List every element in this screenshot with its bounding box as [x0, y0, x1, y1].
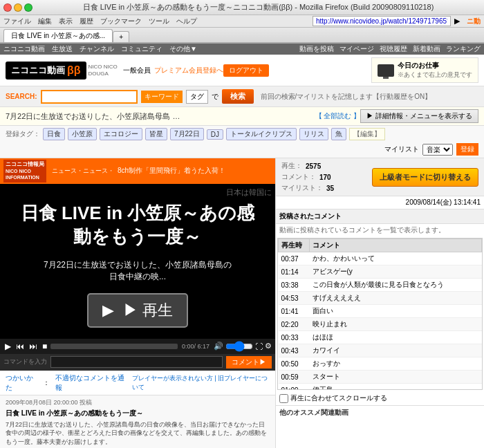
tag-total-eclipse[interactable]: トータルイクリプス [226, 128, 297, 140]
prev-btn[interactable]: ⏮ [15, 342, 26, 351]
comment-text: この日食が人類が最後に見る日食となろう [310, 279, 482, 292]
site-menu-other[interactable]: その他▼ [169, 44, 197, 54]
comment-text: すげえええええ [310, 292, 482, 305]
site-logo[interactable]: ニコニコ動画 ββ [6, 62, 86, 80]
progress-bar[interactable] [50, 344, 178, 349]
mylist-select[interactable]: 音楽 [422, 144, 453, 156]
logo-text: ニコニコ動画 [11, 64, 65, 77]
tag-ecology[interactable]: エコロジー [100, 128, 142, 140]
volume-icon[interactable]: 🔊 [214, 342, 223, 351]
minimize-button[interactable] [14, 3, 22, 12]
watermark: 日本は韓国に [226, 187, 272, 198]
window-title: 日食 LIVE in 小笠原～あの感動をもう一度～ニコニコ動画(ββ) - Mo… [36, 2, 481, 12]
member-type: 一般会員 [123, 66, 151, 75]
tag-fish[interactable]: 魚 [331, 128, 346, 140]
mypage-btn[interactable]: マイページ [339, 44, 374, 54]
today-text: ※あくまで右上の意見です [398, 71, 472, 80]
site-menu-community[interactable]: コミュニティ [121, 44, 162, 54]
total-time: 6:17 [197, 343, 210, 350]
detail-menu-button[interactable]: ▶ 詳細情報・メニューを表示する [360, 109, 478, 123]
comment-time: 00:33 [279, 331, 310, 344]
logo-area: ニコニコ動画 ββ NICO NICODOUGA 一般会員 プレミアム会員登録へ… [0, 55, 484, 86]
report-link[interactable]: 不適切なコメントを通報 [55, 373, 126, 393]
menu-item[interactable]: 履歴 [80, 17, 93, 26]
stop-btn[interactable]: ■ [41, 342, 48, 351]
tag-dj[interactable]: DJ [207, 129, 223, 140]
comment-text: カワイイ [310, 344, 482, 357]
tag-kaisei[interactable]: 皆星 [145, 128, 167, 140]
upgrade-mode-button[interactable]: 上級者モードに切り替える [372, 168, 478, 187]
footer-right-links[interactable]: プレイヤーが表示されない方 | 旧プレイヤーについて [132, 374, 270, 392]
scroll-check-label: 再生に合わせてスクロールする [290, 393, 387, 403]
comment-row: 00:33はほほ [279, 331, 482, 344]
comment-row: 00:59スタート [279, 371, 482, 384]
comment-label: コメント： [281, 172, 316, 182]
comment-row: 01:14アビスゲー(y [279, 265, 482, 279]
menu-item[interactable]: 表示 [59, 17, 73, 26]
comment-submit-button[interactable]: コメント▶ [226, 356, 272, 368]
stats-left: 再生： 2575 コメント： 170 マイリスト： 35 [281, 161, 334, 193]
play-pause-btn[interactable]: ▶ [3, 342, 12, 351]
tag-lilith[interactable]: リリス [299, 128, 328, 140]
play-button[interactable]: ▶ ▶ 再生 [87, 293, 188, 328]
menu-item[interactable]: ブックマーク [100, 17, 142, 26]
close-button[interactable] [3, 3, 12, 12]
comment-text-input[interactable] [50, 356, 223, 368]
next-btn[interactable]: ⏭ [28, 342, 39, 351]
tag-july22[interactable]: 7月22日 [170, 128, 204, 140]
menu-item[interactable]: ファイル [3, 17, 31, 26]
news-label: ニュース・ニュース・ [52, 167, 114, 176]
tag-ogasawara[interactable]: 小笠原 [68, 128, 97, 140]
post-desc: 7月22日に生放送でお送りした、小笠原諸島母島の日食の映像を、当日お届けできなか… [6, 420, 270, 447]
comment-scroll-box[interactable]: 再生時 コメント 00:37かわ、かわいいって01:14アビスゲー(y03:38… [277, 238, 483, 390]
search-input[interactable] [41, 90, 138, 104]
comment-time: 01:14 [279, 265, 310, 279]
nico-logo-icon: ニ動 [467, 17, 481, 26]
menu-item[interactable]: ツール [149, 17, 169, 26]
play-text: ▶ 再生 [123, 300, 173, 321]
ranking-btn[interactable]: ランキング [446, 44, 481, 54]
scroll-checkbox[interactable] [279, 394, 288, 403]
mylist-register-button[interactable]: 登録 [456, 143, 478, 156]
volume-slider[interactable] [225, 341, 253, 352]
tag-edit-button[interactable]: 【編集】 [349, 128, 385, 140]
site-menu-live[interactable]: 生放送 [52, 44, 73, 54]
comment-row: 00:37かわ、かわいいって [279, 252, 482, 265]
current-time: 0:00/ [182, 343, 196, 350]
settings-icon[interactable]: ⚙ [265, 342, 272, 351]
comments-description: 動画に投稿されているコメントを一覧で表示します。 [276, 224, 484, 236]
info-logo: ニコニコ情報局NICO NICOINFORMATION [3, 160, 46, 183]
video-player[interactable]: 日本は韓国に 日食 LIVE in 小笠原～あの感動をもう一度～ 7月22日に生… [0, 184, 275, 339]
upload-btn[interactable]: 動画を投稿 [299, 44, 334, 54]
menu-item[interactable]: 編集 [38, 17, 52, 26]
search-bar: SEARCH: キーワード タグ で 検索 前回の検索/マイリストを記憶します【… [0, 86, 484, 107]
search-links[interactable]: 前回の検索/マイリストを記憶します【行動履歴をON】 [261, 92, 432, 102]
comment-text: 伊王島 [310, 384, 482, 391]
title-bar-buttons [3, 3, 32, 12]
history-btn[interactable]: 視聴履歴 [380, 44, 407, 54]
play-label: 再生： [281, 161, 302, 171]
go-btn[interactable]: ▶ [454, 17, 460, 26]
tag-button[interactable]: タグ [186, 90, 208, 104]
ticker-text: 8ch制作「里間飛行」着うた入荷！ [118, 166, 225, 176]
comment-text: スタート [310, 371, 482, 384]
keyword-button[interactable]: キーワード [141, 91, 183, 103]
comment-time: 04:53 [279, 292, 310, 305]
tag-nissyoku[interactable]: 日食 [43, 128, 65, 140]
search-particle: で [212, 92, 218, 102]
site-menu-nicovideo[interactable]: ニコニコ動画 [3, 44, 45, 54]
fullscreen-btn[interactable]: ⛶ [255, 342, 263, 351]
maximize-button[interactable] [24, 3, 32, 12]
full-read-link[interactable]: 【 全部読む 】 [315, 111, 361, 121]
how-to-use-link[interactable]: つかいかた [6, 373, 37, 393]
active-tab[interactable]: 日食 LIVE in 小笠原～あの感... [3, 29, 113, 42]
comment-row: 02:20映り止まれ [279, 318, 482, 331]
site-menu-channel[interactable]: チャンネル [80, 44, 114, 54]
address-input[interactable] [313, 16, 451, 26]
search-button[interactable]: 検索 [222, 89, 254, 104]
menu-item[interactable]: ヘルプ [176, 17, 197, 26]
new-tab[interactable]: + [113, 31, 129, 42]
new-videos-btn[interactable]: 新着動画 [413, 44, 440, 54]
premium-link[interactable]: プレミアム会員登録へ [154, 66, 223, 75]
logout-button[interactable]: ログアウト [223, 64, 269, 77]
